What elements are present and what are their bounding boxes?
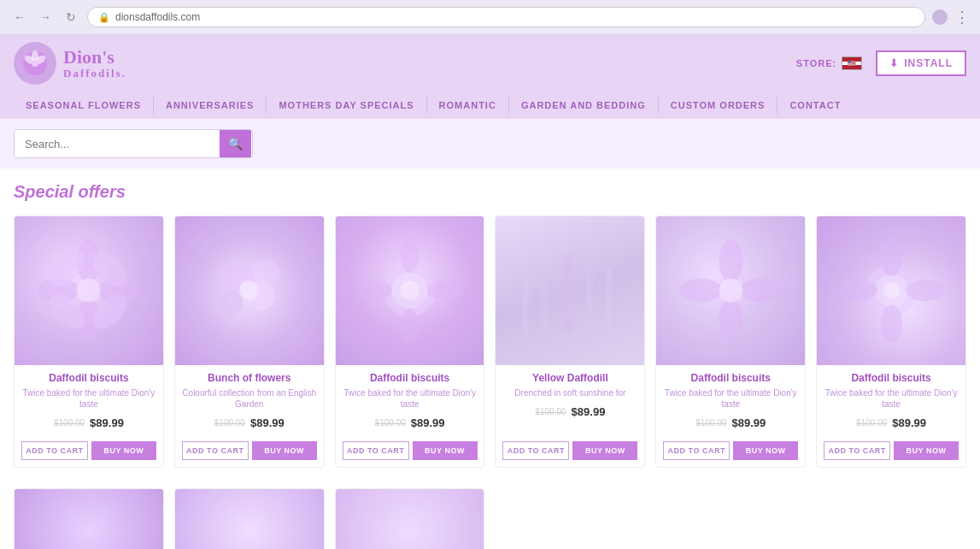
product-actions-0: ADD TO CART BUY NOW [15,436,163,467]
product-price-row-3: $100.00 $89.99 [502,405,637,418]
price-sale-2: $89.99 [411,416,445,429]
product-card-0: Daffodil biscuits Twice baked for the ul… [14,215,164,468]
nav-item-contact[interactable]: CONTACT [778,92,853,119]
svg-point-43 [839,280,877,301]
buy-now-button-5[interactable]: BUY NOW [894,441,959,460]
product-card-partial-empty-3 [495,488,645,549]
logo-area: Dion's Daffodils. [14,42,126,85]
product-price-row-1: $100.00 $89.99 [182,416,317,429]
logo-text: Dion's Daffodils. [63,47,126,80]
price-original-4: $100.00 [695,418,726,428]
product-actions-1: ADD TO CART BUY NOW [175,436,324,467]
svg-point-42 [881,305,902,344]
svg-point-35 [679,279,722,303]
svg-point-19 [240,281,259,300]
products-grid: Daffodil biscuits Twice baked for the ul… [14,215,966,468]
flag-icon: 🇺🇸 [842,56,862,70]
svg-rect-31 [606,269,612,331]
nav-item-anniversaries[interactable]: ANNIVERSARIES [154,92,266,119]
add-to-cart-button-1[interactable]: ADD TO CART [182,441,249,460]
buy-now-button-2[interactable]: BUY NOW [413,441,478,460]
product-info-5: Daffodil biscuits Twice baked for the ul… [817,365,965,436]
product-actions-5: ADD TO CART BUY NOW [817,436,965,467]
svg-point-24 [400,309,419,345]
browser-profile-icon[interactable] [932,9,948,25]
product-info-1: Bunch of flowers Colourful collection fr… [175,365,324,436]
main-content: Special offers [0,168,980,549]
svg-point-4 [32,60,38,67]
price-original-3: $100.00 [535,407,566,416]
product-desc-5: Twice baked for the ultimate Dion'y tast… [824,387,959,410]
svg-point-41 [881,239,902,277]
install-button[interactable]: ⬇ INSTALL [876,50,966,76]
add-to-cart-button-5[interactable]: ADD TO CART [824,441,890,460]
forward-button[interactable]: → [36,8,55,27]
buy-now-button-0[interactable]: BUY NOW [91,441,156,460]
product-card-partial-2 [335,488,485,549]
product-desc-4: Twice baked for the ultimate Dion'y tast… [663,387,798,410]
svg-point-34 [719,299,742,342]
product-name-0: Daffodil biscuits [21,372,156,384]
address-text: dionsdaffodils.com [115,11,914,23]
product-card-4: Daffodil biscuits Twice baked for the ul… [655,215,806,468]
svg-rect-29 [585,261,592,332]
product-name-3: Yellow Daffodill [502,372,637,384]
product-card-partial-empty-5 [816,488,966,549]
add-to-cart-button-4[interactable]: ADD TO CART [663,441,730,460]
browser-menu-button[interactable]: ⋮ [954,8,970,27]
product-image-1 [175,216,324,365]
svg-point-44 [906,280,944,301]
svg-point-17 [220,291,244,315]
product-actions-2: ADD TO CART BUY NOW [336,436,484,467]
nav-item-romantic[interactable]: ROMANTIC [427,92,508,119]
product-card-2: Daffodil biscuits Twice baked for the ul… [335,215,485,468]
svg-point-23 [400,237,419,273]
product-desc-1: Colourful collection from an English Gar… [182,387,317,410]
product-actions-3: ADD TO CART BUY NOW [496,436,644,467]
add-to-cart-button-2[interactable]: ADD TO CART [343,441,409,460]
price-sale-0: $89.99 [90,416,124,429]
price-sale-5: $89.99 [892,416,926,429]
product-desc-0: Twice baked for the ultimate Dion'y tast… [21,387,156,410]
site-header: Dion's Daffodils. STORE: 🇺🇸 ⬇ INSTALL SE… [0,35,980,119]
product-info-3: Yellow Daffodill Drenched in soft sunshi… [496,365,644,436]
add-to-cart-button-3[interactable]: ADD TO CART [502,441,569,460]
svg-point-22 [400,281,419,300]
address-bar[interactable]: 🔒 dionsdaffodils.com [87,7,925,27]
product-card-3: Yellow Daffodill Drenched in soft sunshi… [495,215,645,468]
logo-icon [14,42,56,85]
product-card-1: Bunch of flowers Colourful collection fr… [174,215,325,468]
refresh-button[interactable]: ↻ [62,8,80,27]
buy-now-button-4[interactable]: BUY NOW [733,441,798,460]
svg-point-18 [254,260,280,286]
browser-chrome: ← → ↻ 🔒 dionsdaffodils.com ⋮ [0,0,980,35]
add-to-cart-button-0[interactable]: ADD TO CART [21,441,88,460]
search-input[interactable] [15,131,220,157]
nav-item-garden[interactable]: GARDEN AND BEDDING [509,92,658,119]
product-info-2: Daffodil biscuits Twice baked for the ul… [336,365,484,436]
buy-now-button-1[interactable]: BUY NOW [252,441,317,460]
product-name-1: Bunch of flowers [182,372,317,384]
product-image-0 [15,216,163,365]
product-image-4 [656,216,805,365]
price-sale-3: $89.99 [572,405,606,418]
search-button[interactable]: 🔍 [220,130,251,157]
price-original-5: $100.00 [856,418,887,428]
back-button[interactable]: ← [10,8,29,27]
site-nav: SEASONAL FLOWERS ANNIVERSARIES MOTHERS D… [0,92,980,119]
nav-item-seasonal[interactable]: SEASONAL FLOWERS [14,92,153,119]
product-price-row-0: $100.00 $89.99 [21,416,156,429]
svg-point-14 [77,279,101,303]
product-price-row-5: $100.00 $89.99 [824,416,959,429]
product-desc-2: Twice baked for the ultimate Dion'y tast… [343,387,478,410]
svg-point-40 [883,282,899,298]
product-image-2 [336,216,484,365]
install-icon: ⬇ [889,57,899,69]
svg-point-36 [739,279,782,303]
buy-now-button-3[interactable]: BUY NOW [572,441,637,460]
nav-item-mothers-day[interactable]: MOTHERS DAY SPECIALS [267,92,425,119]
product-card-partial-1 [174,488,325,549]
product-card-partial-0 [14,488,164,549]
nav-item-custom[interactable]: CUSTOM ORDERS [659,92,778,119]
product-info-4: Daffodil biscuits Twice baked for the ul… [656,365,805,436]
